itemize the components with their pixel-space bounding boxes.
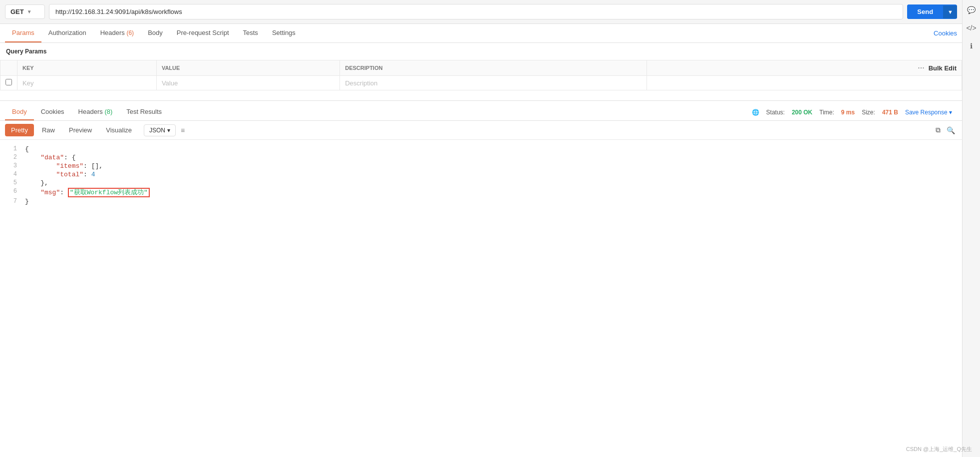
format-tab-raw[interactable]: Raw <box>36 124 61 136</box>
checkbox-col-header <box>0 60 17 76</box>
tab-tests[interactable]: Tests <box>236 24 265 42</box>
response-meta: 🌐 Status: 200 OK Time: 9 ms Size: 471 B … <box>747 109 957 116</box>
description-cell[interactable]: Description <box>340 76 647 90</box>
response-area: Body Cookies Headers (8) Test Results 🌐 … <box>0 101 962 343</box>
watermark: CSDN @上海_运维_Q先生 <box>906 446 972 453</box>
format-tab-pretty[interactable]: Pretty <box>5 124 34 136</box>
bulk-edit-button[interactable]: Bulk Edit <box>929 64 957 72</box>
cookies-link[interactable]: Cookies <box>934 24 957 42</box>
url-bar: GET ▼ Send ▼ <box>0 0 962 24</box>
res-tab-cookies[interactable]: Cookies <box>34 104 71 120</box>
status-value: 200 OK <box>792 109 812 116</box>
params-table: KEY VALUE DESCRIPTION ··· Bulk Edit Key <box>0 60 962 90</box>
value-col-header: VALUE <box>156 60 339 76</box>
bulk-edit-header: ··· Bulk Edit <box>647 60 962 76</box>
row-actions-cell <box>647 76 962 90</box>
table-row: Key Value Description <box>0 76 962 90</box>
tab-authorization[interactable]: Authorization <box>41 24 93 42</box>
json-format-selector[interactable]: JSON ▾ <box>144 124 176 136</box>
search-button[interactable]: 🔍 <box>945 124 957 136</box>
time-label: Time: <box>819 109 834 116</box>
globe-icon: 🌐 <box>752 109 759 116</box>
response-tabs-row: Body Cookies Headers (8) Test Results 🌐 … <box>0 101 962 121</box>
tab-body[interactable]: Body <box>141 24 170 42</box>
more-options-button[interactable]: ··· <box>918 63 924 72</box>
value-cell[interactable]: Value <box>156 76 339 90</box>
send-button[interactable]: Send <box>907 4 943 19</box>
row-checkbox[interactable] <box>5 79 12 85</box>
request-tabs: Params Authorization Headers (6) Body Pr… <box>0 24 962 43</box>
tab-settings[interactable]: Settings <box>265 24 303 42</box>
format-tab-preview[interactable]: Preview <box>63 124 98 136</box>
size-label: Size: <box>862 109 875 116</box>
key-cell[interactable]: Key <box>17 76 157 90</box>
headers-badge: (6) <box>126 29 134 36</box>
status-label: Status: <box>766 109 785 116</box>
code-icon[interactable]: </> <box>964 22 978 34</box>
format-tabs-row: Pretty Raw Preview Visualize JSON ▾ ≡ ⧉ … <box>0 121 962 140</box>
code-line-5: 5 }, <box>0 179 962 187</box>
comment-icon[interactable]: 💬 <box>965 4 978 16</box>
key-col-header: KEY <box>17 60 157 76</box>
res-tab-test-results[interactable]: Test Results <box>119 104 169 120</box>
chevron-down-icon: ▼ <box>27 9 32 14</box>
code-line-7: 7 } <box>0 197 962 206</box>
code-line-4: 4 "total": 4 <box>0 170 962 179</box>
tab-pre-request[interactable]: Pre-request Script <box>170 24 236 42</box>
send-button-group: Send ▼ <box>907 4 957 19</box>
res-tab-body[interactable]: Body <box>5 104 34 120</box>
description-col-header: DESCRIPTION <box>340 60 647 76</box>
method-selector[interactable]: GET ▼ <box>5 4 45 19</box>
right-panel: 💬 </> ℹ <box>962 0 980 457</box>
wrap-lines-button[interactable]: ≡ <box>181 126 185 134</box>
main-content: GET ▼ Send ▼ Params Authorization Header… <box>0 0 962 343</box>
code-line-1: 1 { <box>0 145 962 153</box>
size-value: 471 B <box>882 109 898 116</box>
code-line-3: 3 "items": [], <box>0 162 962 170</box>
query-params-label: Query Params <box>0 43 962 60</box>
res-tab-headers[interactable]: Headers (8) <box>71 104 120 120</box>
send-dropdown-button[interactable]: ▼ <box>943 5 957 18</box>
info-icon[interactable]: ℹ <box>968 40 975 52</box>
code-area[interactable]: 1 { 2 "data": { 3 "items": [], 4 "total"… <box>0 140 962 343</box>
code-line-6: 6 "msg": "获取Workflow列表成功" <box>0 187 962 197</box>
method-label: GET <box>10 8 24 15</box>
url-input[interactable] <box>49 4 903 19</box>
time-value: 9 ms <box>841 109 855 116</box>
row-checkbox-cell[interactable] <box>0 76 17 90</box>
code-line-2: 2 "data": { <box>0 153 962 162</box>
res-headers-badge: (8) <box>104 108 112 115</box>
save-response-button[interactable]: Save Response ▾ <box>905 109 952 116</box>
format-tab-visualize[interactable]: Visualize <box>100 124 138 136</box>
copy-button[interactable]: ⧉ <box>934 124 943 136</box>
tab-headers[interactable]: Headers (6) <box>93 24 141 42</box>
chevron-down-icon: ▾ <box>167 127 170 134</box>
tab-params[interactable]: Params <box>5 24 41 42</box>
